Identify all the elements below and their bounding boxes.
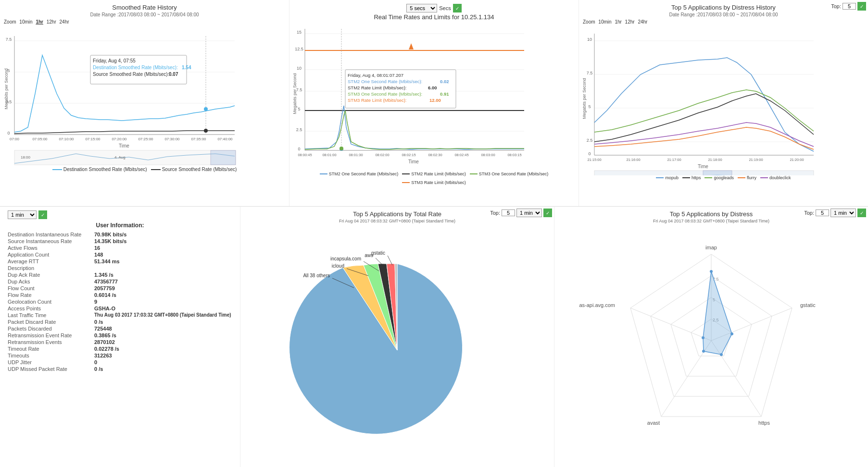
secs-refresh-btn[interactable]: ✓ [453,4,462,12]
svg-text:STM3 Rate Limit (Mbits/sec):: STM3 Rate Limit (Mbits/sec): [348,98,406,103]
radar-top-control: Top: 1 min 5 min ✓ [804,209,866,217]
pie-refresh-btn[interactable]: ✓ [543,209,552,217]
zoom-label: Zoom [4,19,16,25]
legend-stm3-limit: STM3 Rate Limit (Mbits/sec) [402,180,466,185]
svg-text:08:01:30: 08:01:30 [349,153,363,157]
svg-text:08:01:00: 08:01:00 [322,153,336,157]
info-retrans-rate: Retransmission Event Rate 0.3865 /s [8,332,232,338]
radar-top-label: Top: [804,210,814,216]
zoom-10min-r[interactable]: 10min [598,19,611,25]
svg-text:08:02:00: 08:02:00 [375,153,389,157]
svg-text:07:15:00: 07:15:00 [85,137,101,141]
secs-select[interactable]: 5 secs 10 secs 30 secs [406,4,437,12]
svg-point-13 [204,129,208,133]
legend-mopub-label: mopub [665,175,679,180]
info-active-flows: Active Flows 16 [8,245,232,251]
zoom-12hr[interactable]: 12hr [47,19,56,25]
info-retrans-events: Retransmission Events 2870102 [8,339,232,345]
distress-history-title: Top 5 Applications by Distress History [583,4,864,11]
user-time-select[interactable]: 1 min 5 min 10 min [8,210,37,219]
info-dup-ack-rate: Dup Ack Rate 1.345 /s [8,272,232,278]
radar-refresh-btn[interactable]: ✓ [857,209,866,217]
zoom-label-r: Zoom [583,19,595,25]
svg-text:icloud: icloud [332,263,344,269]
legend-https-label: https [692,175,701,180]
svg-text:avast: avast [647,420,660,426]
svg-text:0: 0 [298,147,300,151]
legend-stm2-rate-label: STM2 One Second Rate (Mbits/sec) [329,172,399,176]
svg-text:Time: Time [408,159,419,164]
info-dup-acks: Dup Acks 47356777 [8,279,232,284]
info-description: Description [8,265,232,271]
legend-flurry: flurry [738,175,756,180]
svg-line-121 [630,308,711,341]
svg-text:Destination Smoothed Rate (Mbi: Destination Smoothed Rate (Mbits/sec): [93,65,178,70]
legend-googleads-label: googleads [714,175,734,180]
top-right-control: Top: ✓ [831,2,866,11]
pie-time-select[interactable]: 1 min 5 min [516,209,542,217]
svg-text:08:03:00: 08:03:00 [481,153,495,157]
legend-stm2-rate: STM2 One Second Rate (Mbits/sec) [320,172,399,176]
svg-text:21:19:00: 21:19:00 [749,158,763,162]
svg-point-126 [710,270,713,273]
user-info-title: User Information: [8,222,232,229]
distress-history-legend: mopub https googleads flurry doubleclick [583,175,864,180]
svg-text:aysotraining.org: aysotraining.org [377,445,418,446]
svg-text:07:00: 07:00 [10,137,20,141]
pie-top-label: Top: [490,210,500,216]
svg-text:STM2 One Second Rate (Mbits/se: STM2 One Second Rate (Mbits/sec): [348,79,422,84]
main-container: Smoothed Rate History Date Range :2017/0… [0,0,868,467]
zoom-1hr[interactable]: 1hr [36,19,43,25]
svg-text:21:16:00: 21:16:00 [626,158,640,162]
info-last-traffic: Last Traffic Time Thu Aug 03 2017 17:03:… [8,312,232,318]
svg-text:6.00: 6.00 [428,85,437,90]
legend-stm3-rate: STM3 One Second Rate (Mbits/sec) [470,172,549,176]
svg-text:2.5: 2.5 [587,138,593,143]
user-time-selector: 1 min 5 min 10 min ✓ [8,210,232,219]
svg-text:21:17:00: 21:17:00 [667,158,681,162]
info-flow-count: Flow Count 2057759 [8,285,232,291]
svg-text:08:02:30: 08:02:30 [428,153,442,157]
svg-text:21:14: 21:14 [609,175,619,175]
zoom-10min[interactable]: 10min [19,19,32,25]
secs-selector: 5 secs 10 secs 30 secs Secs ✓ [293,4,575,12]
top-value-input-right[interactable] [843,3,856,10]
info-timeouts: Timeouts 312263 [8,353,232,358]
svg-text:10: 10 [297,66,302,71]
svg-text:Megabits per Second: Megabits per Second [4,68,9,109]
legend-https: https [682,175,701,180]
svg-text:15: 15 [297,30,302,35]
svg-text:STM3 One Second Rate (Mbits/se: STM3 One Second Rate (Mbits/sec): [348,91,422,97]
info-src-rate: Source Instantaneous Rate 14.35K bits/s [8,238,232,244]
svg-text:2.5: 2.5 [296,127,302,132]
zoom-24hr[interactable]: 24hr [60,19,69,25]
pie-chart-svg: aysotraining.org All 38 others icloud in… [258,225,537,446]
radar-top-input[interactable] [816,209,829,216]
svg-text:Megabits per Second: Megabits per Second [293,73,297,114]
svg-text:incapsula.com: incapsula.com [330,256,361,261]
svg-text:08:02:15: 08:02:15 [402,153,415,157]
info-dest-rate: Destination Instantaneous Rate 70.98K bi… [8,232,232,237]
realtime-chart: 15 12.5 10 7.5 5 2.5 0 [293,22,529,171]
svg-text:1.54: 1.54 [182,65,191,70]
svg-text:5: 5 [588,104,591,109]
svg-marker-52 [409,43,414,49]
svg-text:21:20:00: 21:20:00 [790,158,804,162]
zoom-24hr-r[interactable]: 24hr [638,19,647,25]
svg-text:All 38 others: All 38 others [303,273,330,278]
svg-text:zas-api.avg.com: zas-api.avg.com [579,302,615,308]
zoom-1hr-r[interactable]: 1hr [615,19,621,25]
info-flow-rate: Flow Rate 0.6014 /s [8,292,232,298]
zoom-12hr-r[interactable]: 12hr [625,19,635,25]
user-refresh-btn[interactable]: ✓ [38,210,47,219]
legend-stm3-rate-label: STM3 One Second Rate (Mbits/sec) [479,172,549,176]
top-refresh-btn-right[interactable]: ✓ [857,2,866,11]
pie-chart-panel: Top: 1 min 5 min ✓ Top 5 Applications by… [240,207,554,467]
pie-top-input[interactable] [502,209,515,216]
radar-subtitle: Fri Aug 04 2017 08:03:32 GMT+0800 (Taipe… [558,219,864,223]
smoothed-rate-title: Smoothed Rate History [4,4,285,11]
svg-text:0: 0 [7,131,10,135]
radar-time-select[interactable]: 1 min 5 min [830,209,856,217]
secs-label: Secs [439,5,451,11]
svg-marker-125 [703,271,732,355]
